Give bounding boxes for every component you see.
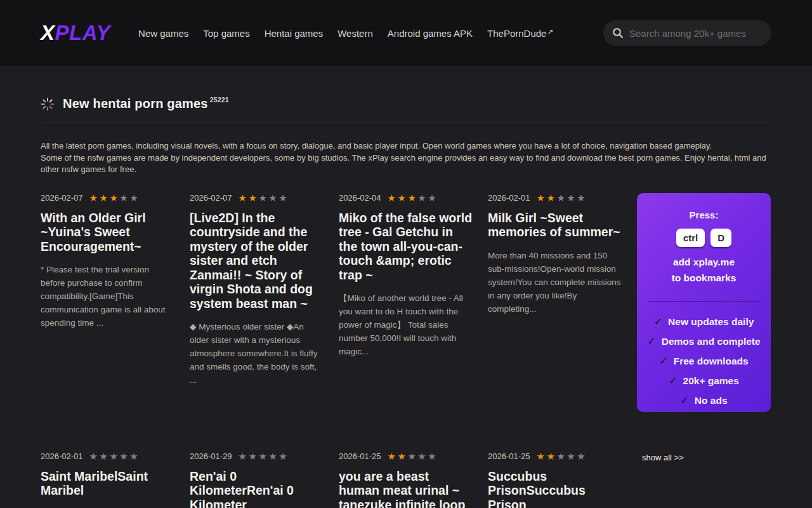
games-count: 25221 — [210, 96, 229, 104]
star-empty-icon: ★ — [278, 451, 289, 462]
site-logo[interactable]: XPLAY — [41, 21, 110, 45]
promo-feature: ✓No ads — [646, 394, 762, 406]
card-meta: 2026-02-07★★★★★ — [190, 193, 324, 203]
checkmark-icon: ✓ — [680, 395, 688, 406]
card-meta: 2026-01-25★★★★★ — [339, 451, 473, 461]
star-filled-icon: ★ — [546, 451, 556, 462]
star-empty-icon: ★ — [556, 451, 566, 462]
star-rating: ★★★★★ — [89, 451, 140, 461]
game-card[interactable]: 2026-01-25★★★★★you are a beast human mea… — [339, 451, 473, 508]
star-filled-icon: ★ — [239, 192, 249, 203]
main-nav: New gamesTop gamesHentai gamesWesternAnd… — [138, 28, 553, 39]
star-empty-icon: ★ — [417, 192, 428, 203]
nav-item-top-games[interactable]: Top games — [203, 28, 249, 39]
star-empty-icon: ★ — [417, 451, 428, 462]
card-title[interactable]: you are a beast human meat urinal ~ tane… — [339, 469, 473, 508]
star-filled-icon: ★ — [109, 192, 119, 203]
nav-item-hentai-games[interactable]: Hentai games — [265, 28, 324, 39]
star-empty-icon: ★ — [268, 451, 278, 462]
checkmark-icon: ✓ — [669, 375, 677, 386]
card-description: More than 40 missions and 150 sub-missio… — [488, 249, 622, 316]
nav-item-theporndude[interactable]: ThePornDude↗ — [487, 28, 553, 39]
card-date: 2026-02-04 — [339, 193, 381, 203]
star-empty-icon: ★ — [119, 192, 129, 203]
promo-feature-label: No ads — [695, 395, 728, 406]
card-date: 2026-01-25 — [488, 451, 530, 461]
card-meta: 2026-02-01★★★★★ — [488, 193, 622, 203]
star-empty-icon: ★ — [129, 451, 140, 462]
search-box[interactable] — [603, 20, 771, 46]
external-link-arrow-icon: ↗ — [547, 27, 553, 36]
nav-item-western[interactable]: Western — [337, 28, 373, 39]
card-date: 2026-02-07 — [190, 193, 232, 203]
star-filled-icon: ★ — [397, 451, 407, 462]
card-description: * Please test the trial version before p… — [41, 263, 174, 330]
nav-item-new-games[interactable]: New games — [138, 28, 188, 39]
game-card[interactable]: 2026-01-25★★★★★Succubus PrisonSuccubus P… — [488, 451, 622, 508]
promo-divider — [647, 301, 761, 302]
search-icon — [612, 27, 624, 39]
star-rating: ★★★★★ — [388, 451, 438, 461]
nav-item-android-games-apk[interactable]: Android games APK — [388, 28, 473, 39]
star-rating: ★★★★★ — [239, 451, 289, 461]
game-card[interactable]: 2026-02-01★★★★★Milk Girl ~Sweet memories… — [488, 193, 622, 412]
star-empty-icon: ★ — [577, 192, 587, 203]
card-description: 【Miko of another world tree - All you wa… — [339, 291, 473, 358]
promo-feature-label: 20k+ games — [683, 375, 739, 386]
star-empty-icon: ★ — [258, 451, 268, 462]
card-title[interactable]: [Live2D] In the countryside and the myst… — [190, 211, 324, 311]
logo-x: X — [41, 21, 55, 44]
card-meta: 2026-02-01★★★★★ — [41, 451, 174, 461]
card-title[interactable]: Milk Girl ~Sweet memories of summer~ — [488, 211, 622, 239]
card-title[interactable]: Succubus PrisonSuccubus Prison — [488, 469, 622, 508]
star-filled-icon: ★ — [407, 192, 417, 203]
card-title[interactable]: With an Older Girl ~Yuina's Sweet Encour… — [41, 211, 174, 254]
card-title[interactable]: Miko of the false world tree - Gal Getch… — [339, 211, 473, 283]
star-rating: ★★★★★ — [537, 451, 587, 461]
game-card[interactable]: 2026-02-01★★★★★Saint MaribelSaint Maribe… — [41, 451, 174, 508]
game-card[interactable]: 2026-01-29★★★★★Ren'ai 0 KilometerRen'ai … — [190, 451, 324, 508]
keyboard-key-ctrl: ctrl — [676, 229, 705, 247]
card-date: 2026-01-25 — [339, 451, 381, 461]
promo-feature-label: Free downloads — [674, 356, 749, 366]
game-card[interactable]: 2026-02-07★★★★★[Live2D] In the countrysi… — [190, 193, 324, 412]
star-empty-icon: ★ — [566, 451, 577, 462]
star-filled-icon: ★ — [397, 192, 407, 203]
star-empty-icon: ★ — [428, 192, 438, 203]
page-title: New hentai porn games25221 — [63, 97, 229, 111]
star-empty-icon: ★ — [566, 192, 577, 203]
star-filled-icon: ★ — [89, 192, 100, 203]
star-filled-icon: ★ — [537, 451, 547, 462]
keyboard-key-d: D — [710, 229, 731, 247]
intro-line-1: All the latest porn games, including vis… — [41, 140, 771, 152]
star-rating: ★★★★★ — [388, 193, 438, 203]
promo-feature-label: New updates daily — [668, 316, 754, 327]
star-empty-icon: ★ — [258, 192, 268, 203]
card-meta: 2026-01-29★★★★★ — [190, 451, 324, 461]
game-card[interactable]: 2026-02-07★★★★★With an Older Girl ~Yuina… — [41, 193, 174, 412]
game-card[interactable]: 2026-02-04★★★★★Miko of the false world t… — [339, 193, 473, 412]
bookmark-promo-card: Press:ctrlDadd xplay.meto bookmarks✓New … — [637, 193, 771, 412]
intro-line-2: Some of the nsfw games are made by indep… — [41, 152, 771, 176]
checkmark-icon: ✓ — [654, 316, 662, 327]
checkmark-icon: ✓ — [647, 336, 655, 347]
star-empty-icon: ★ — [268, 192, 278, 203]
star-empty-icon: ★ — [89, 451, 100, 462]
card-date: 2026-02-01 — [488, 193, 530, 203]
star-empty-icon: ★ — [119, 451, 129, 462]
search-input[interactable] — [629, 28, 763, 39]
show-all-link[interactable]: show all >> — [637, 451, 771, 508]
card-title[interactable]: Saint MaribelSaint Maribel — [41, 469, 174, 498]
xplay-link[interactable]: xplay.me — [693, 257, 735, 267]
star-rating: ★★★★★ — [89, 193, 140, 203]
card-description: ◆ Mysterious older sister ◆An older sist… — [190, 320, 324, 387]
star-empty-icon: ★ — [109, 451, 119, 462]
promo-bookmarks-line: to bookmarks — [646, 272, 762, 284]
promo-add-prefix: add — [673, 257, 693, 267]
card-meta: 2026-02-07★★★★★ — [41, 193, 174, 203]
card-meta: 2026-01-25★★★★★ — [488, 451, 622, 461]
star-filled-icon: ★ — [546, 192, 556, 203]
checkmark-icon: ✓ — [659, 356, 667, 366]
card-meta: 2026-02-04★★★★★ — [339, 193, 473, 203]
card-title[interactable]: Ren'ai 0 KilometerRen'ai 0 Kilometer — [190, 469, 324, 508]
